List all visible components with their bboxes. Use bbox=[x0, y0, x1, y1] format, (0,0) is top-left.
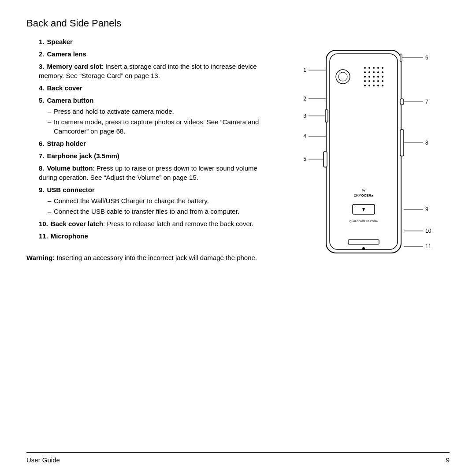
warning-prefix: Warning: bbox=[26, 254, 55, 261]
svg-text:2: 2 bbox=[303, 96, 306, 102]
list-item: Memory card slot: Insert a storage card … bbox=[39, 62, 273, 80]
svg-text:◘KYOCERa: ◘KYOCERa bbox=[354, 193, 373, 197]
svg-point-2 bbox=[364, 67, 366, 69]
list-item: Volume button: Press up to raise or pres… bbox=[39, 164, 273, 182]
svg-text:3: 3 bbox=[303, 113, 306, 119]
svg-point-14 bbox=[373, 76, 375, 78]
diagram-section: by ◘KYOCERa QUALCOMM 3G CDMA bbox=[282, 37, 450, 271]
svg-rect-31 bbox=[400, 130, 404, 156]
svg-point-5 bbox=[377, 67, 379, 69]
sub-item: Connect the Wall/USB Charger to charge t… bbox=[48, 196, 273, 205]
svg-point-13 bbox=[368, 76, 370, 78]
svg-point-16 bbox=[382, 76, 383, 78]
svg-text:QUALCOMM 3G CDMA: QUALCOMM 3G CDMA bbox=[350, 220, 378, 223]
page-content: Back and Side Panels SpeakerCamera lensM… bbox=[0, 0, 476, 271]
svg-point-15 bbox=[377, 76, 379, 78]
svg-point-11 bbox=[382, 71, 383, 73]
svg-point-18 bbox=[368, 80, 370, 82]
svg-point-3 bbox=[368, 67, 370, 69]
list-item: Back cover bbox=[39, 83, 273, 93]
svg-point-6 bbox=[382, 67, 383, 69]
svg-point-24 bbox=[373, 85, 375, 86]
svg-text:9: 9 bbox=[425, 206, 428, 212]
svg-text:6: 6 bbox=[425, 55, 428, 61]
footer-label: User Guide bbox=[26, 456, 60, 464]
main-layout: SpeakerCamera lensMemory card slot: Inse… bbox=[26, 37, 450, 271]
list-item: Earphone jack (3.5mm) bbox=[39, 151, 273, 160]
text-section: SpeakerCamera lensMemory card slot: Inse… bbox=[26, 37, 273, 271]
item-label: Strap holder bbox=[47, 140, 86, 147]
sub-list: Press and hold to activate camera mode.I… bbox=[39, 107, 273, 136]
svg-point-8 bbox=[368, 71, 370, 73]
svg-text:4: 4 bbox=[303, 133, 306, 139]
svg-rect-29 bbox=[325, 110, 328, 122]
item-desc: : Press to release latch and remove the … bbox=[103, 220, 253, 227]
svg-text:10: 10 bbox=[425, 228, 431, 234]
warning-section: Warning: Inserting an accessory into the… bbox=[26, 253, 273, 262]
svg-point-26 bbox=[382, 85, 383, 86]
item-label: Memory card slot bbox=[47, 63, 102, 70]
item-label: Back cover bbox=[47, 84, 82, 92]
svg-text:by: by bbox=[362, 189, 365, 192]
svg-rect-40 bbox=[400, 99, 404, 105]
item-label: Camera button bbox=[47, 97, 94, 104]
svg-point-22 bbox=[364, 85, 366, 86]
svg-point-20 bbox=[377, 80, 379, 82]
list-item: Camera lens bbox=[39, 49, 273, 59]
svg-rect-39 bbox=[400, 54, 402, 62]
phone-diagram: by ◘KYOCERa QUALCOMM 3G CDMA bbox=[291, 41, 441, 271]
svg-point-4 bbox=[373, 67, 375, 69]
item-label: Earphone jack (3.5mm) bbox=[47, 152, 119, 160]
features-list: SpeakerCamera lensMemory card slot: Inse… bbox=[26, 37, 273, 241]
svg-point-21 bbox=[382, 80, 383, 82]
page-title: Back and Side Panels bbox=[26, 18, 450, 29]
sub-item: In camera mode, press to capture photos … bbox=[48, 117, 273, 136]
sub-item: Connect the USB cable to transfer files … bbox=[48, 207, 273, 216]
item-label: Camera lens bbox=[47, 50, 86, 58]
list-item: Microphone bbox=[39, 231, 273, 241]
footer: User Guide 9 bbox=[26, 452, 450, 464]
svg-rect-37 bbox=[348, 240, 379, 244]
item-label: Volume button bbox=[47, 164, 93, 172]
svg-point-19 bbox=[373, 80, 375, 82]
svg-point-7 bbox=[364, 71, 366, 73]
svg-text:8: 8 bbox=[425, 140, 428, 146]
list-item: Speaker bbox=[39, 37, 273, 46]
list-item: Camera buttonPress and hold to activate … bbox=[39, 96, 273, 136]
item-label: USB connector bbox=[47, 186, 95, 193]
svg-text:11: 11 bbox=[425, 243, 431, 249]
sub-item: Press and hold to activate camera mode. bbox=[48, 107, 273, 116]
svg-point-9 bbox=[373, 71, 375, 73]
footer-page: 9 bbox=[446, 456, 450, 464]
svg-text:5: 5 bbox=[303, 156, 306, 162]
svg-text:1: 1 bbox=[303, 67, 306, 73]
svg-point-25 bbox=[377, 85, 379, 86]
svg-text:7: 7 bbox=[425, 99, 428, 105]
item-label: Back cover latch bbox=[51, 220, 103, 227]
svg-point-12 bbox=[364, 76, 366, 78]
svg-point-10 bbox=[377, 71, 379, 73]
sub-list: Connect the Wall/USB Charger to charge t… bbox=[39, 196, 273, 216]
svg-point-38 bbox=[362, 247, 365, 250]
list-item: Back cover latch: Press to release latch… bbox=[39, 219, 273, 228]
item-label: Speaker bbox=[47, 38, 73, 45]
item-label: Microphone bbox=[51, 232, 88, 240]
svg-point-28 bbox=[338, 72, 347, 81]
svg-rect-30 bbox=[324, 152, 327, 167]
svg-point-17 bbox=[364, 80, 366, 82]
list-item: Strap holder bbox=[39, 139, 273, 148]
warning-text: Inserting an accessory into the incorrec… bbox=[55, 254, 257, 261]
svg-point-23 bbox=[368, 85, 370, 86]
list-item: USB connectorConnect the Wall/USB Charge… bbox=[39, 185, 273, 216]
